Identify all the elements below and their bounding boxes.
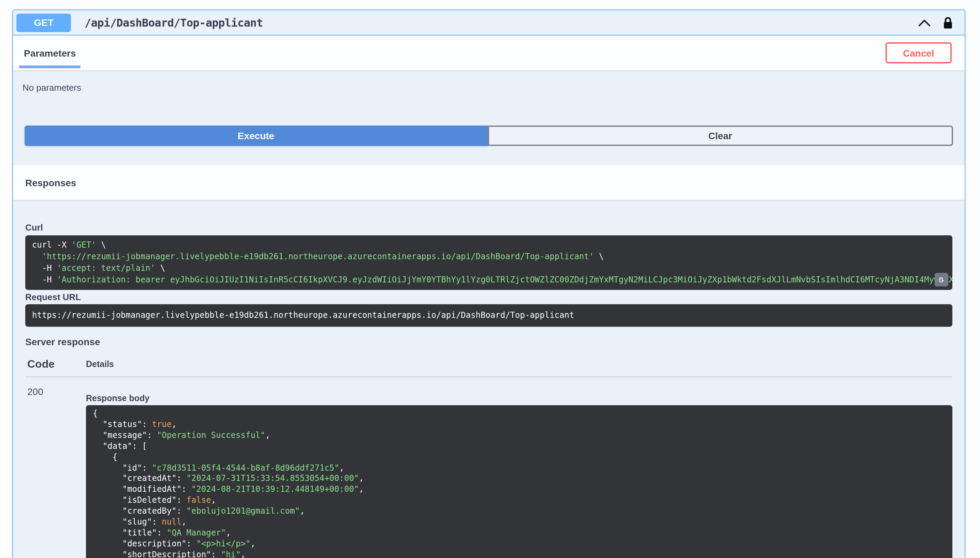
parameters-section-header: Parameters Cancel (13, 36, 965, 70)
response-details-cell: Response body { "status": true, "message… (86, 386, 952, 558)
response-body-json: { "status": true, "message": "Operation … (86, 405, 952, 558)
cancel-button[interactable]: Cancel (885, 42, 952, 64)
active-tab-underline (19, 66, 81, 68)
execute-row: Execute Clear (13, 126, 965, 146)
http-method-badge: GET (16, 13, 71, 32)
server-response-table: Code Details 200 Response body { "status… (25, 358, 952, 558)
copy-to-clipboard-icon[interactable] (935, 273, 948, 287)
responses-section-header: Responses (13, 165, 965, 200)
response-body-block: { "status": true, "message": "Operation … (86, 405, 952, 558)
response-body-label: Response body (86, 394, 952, 403)
swagger-page: GET /api/DashBoard/Top-applicant Paramet… (0, 0, 980, 558)
request-url-block: https://rezumii-jobmanager.livelypebble-… (25, 304, 952, 327)
operation-summary[interactable]: GET /api/DashBoard/Top-applicant (13, 10, 965, 36)
endpoint-path: /api/DashBoard/Top-applicant (85, 16, 263, 29)
request-url-label: Request URL (25, 292, 952, 302)
tab-parameters[interactable]: Parameters (19, 36, 81, 70)
curl-command-text: curl -X 'GET' \ 'https://rezumii-jobmana… (25, 235, 952, 290)
no-parameters-text: No parameters (23, 82, 955, 93)
code-column-header: Code (27, 358, 86, 371)
clear-button[interactable]: Clear (488, 126, 953, 146)
parameters-title: Parameters (24, 48, 76, 58)
auth-lock-icon[interactable] (943, 16, 953, 29)
response-table-row: 200 Response body { "status": true, "mes… (25, 377, 952, 558)
execute-button[interactable]: Execute (25, 126, 488, 146)
parameters-body: No parameters (13, 70, 965, 93)
responses-title: Responses (25, 177, 76, 188)
responses-inner: Curl curl -X 'GET' \ 'https://rezumii-jo… (13, 200, 965, 558)
operation-block-get: GET /api/DashBoard/Top-applicant Paramet… (12, 10, 965, 558)
collapse-chevron-up-icon[interactable] (918, 19, 931, 26)
status-code-value: 200 (27, 386, 86, 558)
curl-label: Curl (25, 222, 952, 233)
curl-command-block: curl -X 'GET' \ 'https://rezumii-jobmana… (25, 235, 952, 290)
server-response-label: Server response (25, 336, 952, 347)
response-table-header: Code Details (25, 358, 952, 377)
responses-section: Responses Curl curl -X 'GET' \ 'https://… (13, 165, 965, 558)
request-url-text: https://rezumii-jobmanager.livelypebble-… (25, 304, 952, 327)
details-column-header: Details (86, 359, 952, 369)
